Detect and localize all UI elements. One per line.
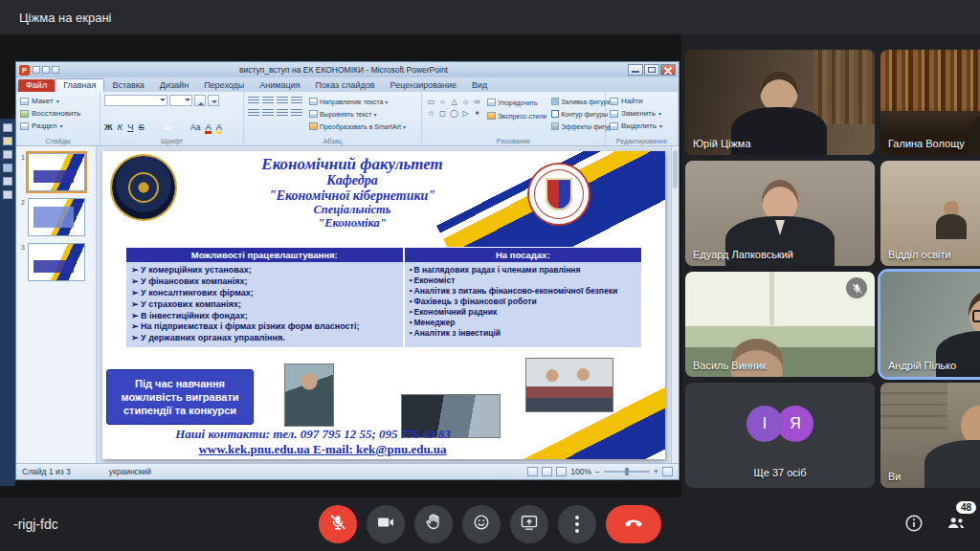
- thumbnail-number: 3: [21, 244, 25, 251]
- shapes-gallery[interactable]: ▭○△⬦⇨ ☆◻◯▷✶: [426, 97, 482, 136]
- language-indicator[interactable]: украинский: [109, 467, 151, 476]
- normal-view-button[interactable]: [527, 467, 538, 476]
- people-panel-button[interactable]: 48: [946, 513, 967, 538]
- participant-tile-eduard-lapkovskyi[interactable]: Едуард Лапковський: [685, 161, 875, 266]
- mic-button[interactable]: [319, 505, 357, 543]
- camera-button[interactable]: [367, 505, 405, 543]
- ppt-tab-design[interactable]: Дизайн: [152, 79, 196, 92]
- minimize-button[interactable]: [628, 64, 643, 76]
- raise-hand-button[interactable]: [414, 505, 453, 543]
- university-crest: [529, 165, 589, 224]
- thumbnail-number: 2: [21, 199, 25, 206]
- grow-font-button[interactable]: [194, 95, 206, 106]
- change-case-button[interactable]: Аа: [190, 122, 201, 132]
- ppt-tab-transitions[interactable]: Переходы: [196, 79, 252, 92]
- slide[interactable]: Економічний факультет Кафедра "Економічн…: [102, 151, 665, 459]
- font-color-button[interactable]: А: [205, 122, 211, 134]
- ribbon-group-slides: Макет▾ Восстановить Раздел▾ Слайды: [16, 92, 100, 145]
- reactions-button[interactable]: [462, 505, 501, 543]
- participant-tile-vasyl-vynnyk[interactable]: Василь Винник: [685, 272, 875, 377]
- powerpoint-window: P виступ_вступ на ЕК ЕКОНОМІКИ - Microso…: [15, 61, 679, 480]
- reset-button[interactable]: Восстановить: [20, 107, 96, 120]
- quick-styles-button[interactable]: Экспресс-стили: [487, 110, 546, 121]
- overflow-participants-tile[interactable]: І Я Ще 37 осіб: [685, 383, 875, 488]
- highlight-color-button[interactable]: А: [216, 122, 222, 134]
- powerpoint-app-icon: P: [19, 65, 30, 76]
- student-photo-2: [525, 358, 613, 412]
- arrange-label: Упорядочить: [498, 99, 538, 106]
- fit-to-window-button[interactable]: [662, 467, 673, 476]
- layout-label: Макет: [32, 97, 54, 105]
- list-item: У фінансових компаніях;: [131, 276, 398, 288]
- zoom-slider[interactable]: [604, 471, 650, 473]
- bold-button[interactable]: Ж: [104, 121, 113, 132]
- ppt-tab-insert[interactable]: Вставка: [104, 79, 151, 92]
- ppt-tab-slideshow[interactable]: Показ слайдов: [308, 79, 383, 92]
- underline-button[interactable]: Ч: [127, 121, 133, 132]
- participant-name: Едуард Лапковський: [693, 249, 793, 260]
- quick-access-toolbar[interactable]: [33, 66, 59, 74]
- ppt-tab-view[interactable]: Вид: [464, 79, 495, 92]
- more-options-button[interactable]: [558, 505, 596, 543]
- shape-fill-label: Заливка фигуры: [561, 99, 612, 105]
- present-button[interactable]: [510, 505, 548, 543]
- slideshow-view-button[interactable]: [556, 467, 567, 476]
- slide-thumbnail-1[interactable]: [28, 153, 85, 191]
- shrink-font-button[interactable]: [208, 95, 219, 106]
- zoom-out-button[interactable]: −: [595, 467, 600, 476]
- strikethrough-button[interactable]: S: [139, 121, 145, 132]
- ppt-tab-home[interactable]: Главная: [55, 78, 104, 92]
- zoom-in-button[interactable]: +: [654, 467, 658, 476]
- section-button[interactable]: Раздел▾: [20, 120, 96, 132]
- canvas-scrollbar[interactable]: [671, 146, 679, 463]
- ppt-title-bar[interactable]: P виступ_вступ на ЕК ЕКОНОМІКИ - Microso…: [16, 62, 679, 77]
- ribbon-group-font: Ж К Ч S AV Аа А А Шрифт: [100, 92, 244, 145]
- find-button[interactable]: Найти: [610, 95, 674, 107]
- arrange-button[interactable]: Упорядочить: [487, 97, 546, 108]
- sorter-view-button[interactable]: [542, 467, 552, 476]
- find-label: Найти: [621, 97, 643, 105]
- close-button[interactable]: [660, 64, 676, 76]
- layout-button[interactable]: Макет▾: [20, 95, 96, 107]
- list-item: У консалтингових фірмах;: [131, 288, 398, 299]
- slide-thumbnail-2[interactable]: [28, 198, 85, 236]
- participant-tile-you[interactable]: Ви: [880, 383, 980, 488]
- participant-tile-halyna[interactable]: Галина Волощу: [880, 50, 980, 155]
- smartart-button[interactable]: Преобразовать в SmartArt▾: [309, 121, 406, 132]
- slide-thumbnail-3[interactable]: [28, 243, 85, 281]
- slide-canvas[interactable]: Економічний факультет Кафедра "Економічн…: [97, 146, 679, 463]
- participant-tile-andrii-pilko[interactable]: Андрій Пілько: [880, 272, 980, 377]
- list-item: На підприємствах і фірмах різних форм вл…: [131, 321, 398, 333]
- mic-off-icon: [328, 513, 347, 536]
- select-button[interactable]: Выделить▾: [610, 120, 674, 132]
- replace-button[interactable]: Заменить▾: [610, 107, 674, 120]
- hand-icon: [424, 513, 443, 536]
- align-text-button[interactable]: Выровнять текст▾: [309, 108, 406, 120]
- ppt-tab-review[interactable]: Рецензирование: [383, 79, 465, 92]
- maximize-button[interactable]: [644, 64, 659, 76]
- participant-name: Галина Волощу: [888, 138, 965, 149]
- employment-list: У комерційних установах; У фінансових ко…: [126, 262, 405, 347]
- slide-thumbnails-panel: 1 2 3: [16, 146, 97, 463]
- paragraph-buttons[interactable]: [248, 97, 303, 136]
- group-label-slides: Слайды: [16, 138, 100, 144]
- group-label-drawing: Рисование: [422, 138, 605, 144]
- text-direction-button[interactable]: Направление текста▾: [309, 96, 406, 107]
- scholarship-line: стипендії та конкурси: [123, 404, 236, 417]
- scholarship-line: Під час навчання: [135, 377, 225, 390]
- reset-label: Восстановить: [32, 109, 80, 118]
- faculty-logo: [112, 156, 175, 219]
- people-icon: [946, 520, 967, 537]
- mic-off-icon: [846, 277, 867, 298]
- meeting-details-button[interactable]: [903, 513, 924, 538]
- screen-share-region[interactable]: P виступ_вступ на ЕК ЕКОНОМІКИ - Microso…: [0, 34, 681, 497]
- participant-tile-viddil-osvity[interactable]: Відділ освіти: [880, 161, 980, 266]
- font-name-select[interactable]: [104, 95, 167, 106]
- end-call-icon: [623, 512, 644, 537]
- ppt-tab-file[interactable]: Файл: [18, 79, 55, 92]
- italic-button[interactable]: К: [118, 121, 123, 132]
- font-size-select[interactable]: [169, 95, 192, 106]
- ppt-tab-animations[interactable]: Анимация: [252, 79, 307, 92]
- leave-call-button[interactable]: [606, 505, 661, 543]
- participant-tile-yurii-tsizhma[interactable]: Юрій Ціжма: [685, 50, 875, 155]
